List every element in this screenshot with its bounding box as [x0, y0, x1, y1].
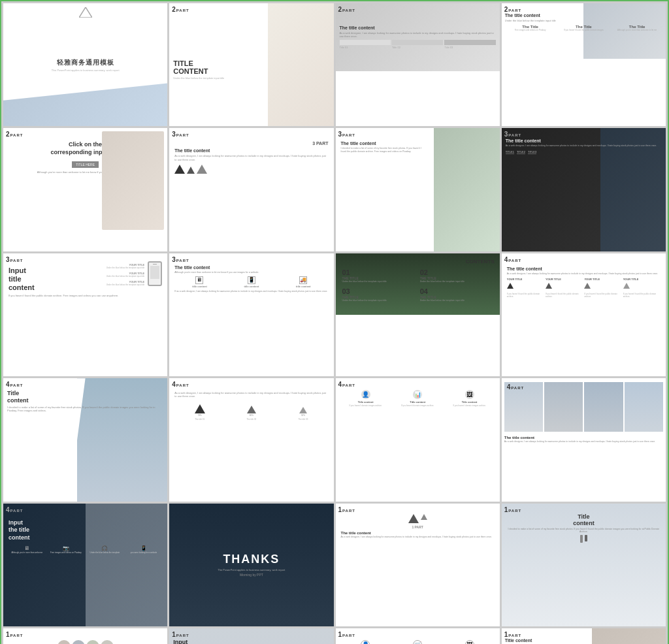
main-container: 轻雅商务通用模板 This PowerPoint applies to busi…: [0, 0, 669, 644]
part-badge-23: 1PART: [338, 631, 355, 638]
slide11-title: CONTENTS: [341, 259, 495, 265]
slide7-text: I decided to make a list of some of my f…: [341, 147, 427, 153]
slide-19: 1PART 1 PART The title content As a web …: [336, 504, 500, 626]
slide20-title: Titlecontent: [505, 513, 662, 526]
cover-title: 轻雅商务通用模板: [52, 58, 120, 67]
slide-2: 2PART TITLECONTENT Under the blue below …: [169, 3, 333, 126]
part-badge-16: 4PART: [504, 381, 527, 393]
slide16-title: The title content: [504, 436, 663, 440]
slide3-title: The title content: [340, 25, 496, 30]
slide19-text: As a web designer, I am always looking f…: [341, 536, 495, 538]
part-badge-9: 3PART: [6, 256, 23, 263]
part-badge-12: 4PART: [504, 256, 521, 263]
slide4-title: The title content: [505, 13, 662, 18]
part-badge-19: 1PART: [338, 506, 355, 513]
slide6-part: 3 PART: [312, 141, 328, 146]
slide-24: 1PART Title content Although you're more…: [502, 628, 666, 644]
slide2-sub: Under the blue below the template input …: [173, 76, 329, 80]
thanks-sub: The PowerPoint applies to business summa…: [218, 568, 285, 572]
part-badge-15: 4PART: [338, 381, 355, 388]
slide13-text: I decided to make a list of some of my f…: [7, 406, 163, 412]
slide-3: 2PART The title content As a web designe…: [336, 3, 500, 126]
slide6-title: The title content: [174, 148, 328, 153]
slide7-title: The title content: [341, 141, 427, 146]
part-badge-7: 3PART: [338, 131, 355, 138]
slide-grid: 轻雅商务通用模板 This PowerPoint applies to busi…: [0, 0, 669, 644]
slide-8: 3PART The title content As a web designe…: [502, 128, 666, 251]
slide-9: 3PART Inputtitlecontent If you haven't f…: [3, 253, 167, 376]
slide17-title: Inputthe titlecontent: [8, 519, 162, 542]
slide-20: 1PART Titlecontent I decided to make a l…: [502, 504, 666, 626]
slide-6: 3PART 3 PART The title content As a web …: [169, 128, 333, 251]
slide-22: 1PART Inputthe titlecontent I decided to…: [169, 628, 333, 644]
slide-21: 1PART The title content Free images and …: [3, 628, 167, 644]
slide8-text: As a web designer, I am always looking f…: [506, 144, 662, 148]
slide2-title: TITLECONTENT: [173, 59, 329, 75]
thanks-tagline: Morning by PPT: [218, 573, 285, 577]
slide-16: 4PART The title content As a web designe…: [502, 378, 666, 501]
slide24-title: Title content: [505, 638, 587, 643]
thanks-title: THANKS: [218, 553, 285, 566]
part-badge-10: 3PART: [172, 256, 189, 263]
part-badge-24: 1PART: [504, 631, 521, 638]
slide-17: 4PART Inputthe titlecontent 🖥 Although y…: [3, 504, 167, 626]
slide-23: 1PART 👤 THE TITLE Under the blue below t…: [336, 628, 500, 644]
slide-12: 4PART The title content As a web designe…: [502, 253, 666, 376]
slide-5: 2PART Click on thecorresponding input te…: [3, 128, 167, 251]
slide5-badge: TITLE HERE: [72, 161, 99, 168]
part-badge-22: 1PART: [172, 631, 189, 638]
slide5-img: [102, 131, 164, 230]
part-badge-3: 2PART: [338, 6, 355, 13]
slide12-text: As a web designer, I am always looking f…: [507, 272, 661, 275]
part-badge-8: 3PART: [504, 131, 521, 138]
part-badge-2: 2PART: [172, 6, 189, 13]
part-badge-4: 2PART: [504, 6, 521, 13]
slide3-text: As a web designer, I am always looking f…: [340, 31, 496, 38]
slide9-text: If you haven't found the public domain a…: [8, 294, 162, 297]
part-badge-6: 3PART: [172, 131, 189, 138]
slide-7: 3PART The title content I decided to mak…: [336, 128, 500, 251]
cover-subtitle: This PowerPoint applies to business summ…: [52, 69, 120, 72]
slide20-text: I decided to make a list of some of my f…: [505, 528, 662, 533]
slide-1: 轻雅商务通用模板 This PowerPoint applies to busi…: [3, 3, 167, 126]
slide14-text: As a web designer, I am always looking f…: [174, 391, 328, 398]
slide8-title: The title content: [506, 138, 662, 143]
part-badge-21: 1PART: [6, 631, 23, 638]
part-badge-14: 4PART: [172, 381, 189, 388]
slide9-phone: [148, 261, 162, 286]
slide-4: 2PART The title content Under the blue b…: [502, 3, 666, 126]
part-badge-13: 4PART: [6, 381, 23, 388]
slide-15: 4PART 👤 Title content If you haven't dom…: [336, 378, 500, 501]
slide10-text: Although you're more than welcome to let…: [174, 271, 328, 274]
slide12-title: The title content: [507, 266, 661, 271]
slide10-title: The title content: [174, 265, 328, 270]
slide-14: 4PART As a web designer, I am always loo…: [169, 378, 333, 501]
slide-13: 4PART Titlecontent I decided to make a l…: [3, 378, 167, 501]
slide13-title: Titlecontent: [7, 390, 163, 404]
slide-10: 3PART The title content Although you're …: [169, 253, 333, 376]
slide6-text: As a web designer, I am always looking f…: [174, 154, 328, 161]
slide4-text: Under the blue below the template input …: [505, 19, 662, 22]
slide-11: CONTENTS 01 THE TITLE Under the blue bel…: [336, 253, 500, 376]
slide19-title: The title content: [341, 531, 495, 535]
part-badge-5: 2PART: [6, 131, 23, 138]
svg-marker-0: [79, 7, 92, 18]
slide16-text: As a web designer, I am always looking f…: [504, 440, 663, 443]
slide-18: THANKS The PowerPoint applies to busines…: [169, 504, 333, 626]
part-badge-20: 1PART: [504, 506, 521, 513]
slide22-title: Inputthe titlecontent: [173, 639, 329, 644]
part-badge-17: 4PART: [6, 506, 23, 513]
